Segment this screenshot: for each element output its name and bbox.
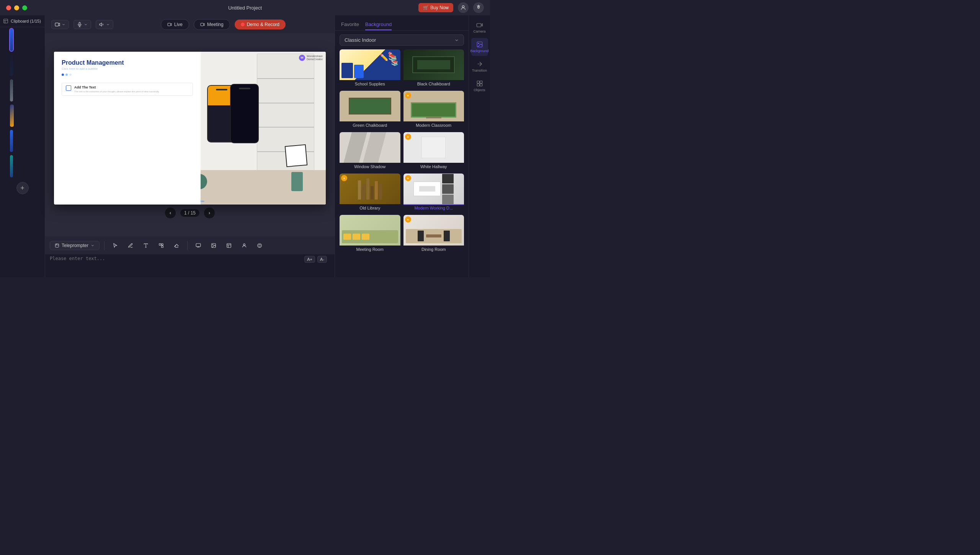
premium-badge-modern-working: ♦: [405, 175, 411, 181]
toolbar-divider-1: [104, 241, 105, 250]
next-slide-button[interactable]: ›: [204, 208, 215, 218]
bg-school-supplies-label: School Supplies: [340, 80, 400, 88]
title-bar-right: 🛒 Buy Now: [418, 2, 484, 13]
svg-rect-2: [4, 19, 8, 23]
svg-rect-3: [55, 23, 59, 26]
add-text-desc: The text is the extraction of your thoug…: [74, 90, 160, 93]
minimize-button[interactable]: [14, 5, 19, 10]
sidebar-transition-button[interactable]: Transition: [471, 57, 488, 75]
virtual-cam-group: [51, 20, 69, 29]
main-area: Live Meeting Demo & Record: [45, 15, 335, 277]
bg-school-supplies[interactable]: ✏️ 📚 School Supplies: [340, 49, 400, 88]
bg-modern-working-label: Modern Working D...: [403, 204, 464, 212]
phone-2: [230, 84, 259, 143]
top-toolbar: Live Meeting Demo & Record: [45, 15, 335, 34]
image-tool-button[interactable]: [207, 239, 220, 252]
live-label: Live: [174, 22, 183, 27]
slide-thumbnail-6[interactable]: [10, 155, 13, 177]
bg-green-chalkboard[interactable]: Green Chalkboard: [340, 91, 400, 129]
slide-panel: Clipboard (1/15) 1 2: [0, 15, 45, 277]
meeting-button[interactable]: Meeting: [194, 19, 230, 30]
sticker-tool-button[interactable]: [253, 239, 266, 252]
teleprompter-button[interactable]: Teleprompter: [50, 241, 100, 250]
slide-canvas[interactable]: Product Management Click here to add a s…: [54, 52, 326, 205]
app-body: Clipboard (1/15) 1 2: [0, 15, 490, 277]
slide-row-6: 6: [0, 154, 45, 179]
slide-body: Add The Text The text is the extraction …: [54, 80, 201, 99]
add-slide-button[interactable]: +: [16, 182, 29, 194]
bg-old-library[interactable]: ♦ Old Library: [340, 174, 400, 212]
slide-row-5: 5: [0, 128, 45, 154]
bg-white-hallway[interactable]: ♦ White Hallway: [403, 132, 464, 170]
close-button[interactable]: [6, 5, 11, 10]
slide-header: Product Management Click here to add a s…: [54, 52, 201, 80]
buy-now-button[interactable]: 🛒 Buy Now: [418, 3, 453, 12]
slide-thumbnail-3[interactable]: [10, 79, 13, 102]
svg-rect-11: [159, 243, 161, 245]
text-block: Add The Text The text is the extraction …: [62, 83, 193, 96]
tab-background[interactable]: Background: [365, 19, 392, 30]
person-tool-button[interactable]: [238, 239, 250, 252]
slide-thumbnail-2[interactable]: [10, 54, 13, 76]
font-size-decrease-button[interactable]: A-: [317, 256, 327, 263]
bg-modern-classroom[interactable]: ♦ Modern Classroom: [403, 91, 464, 129]
sidebar-background-button[interactable]: Background: [471, 38, 488, 56]
panel-tabs: Favorite Background: [335, 15, 469, 31]
slide-row-3: 3: [0, 78, 45, 103]
premium-badge-white-hallway: ♦: [405, 134, 411, 140]
bg-old-library-label: Old Library: [340, 204, 400, 212]
virtual-cam-button[interactable]: [51, 20, 69, 29]
premium-badge-dining-room: ♦: [405, 216, 411, 223]
svg-point-0: [462, 6, 464, 8]
title-bar: Untitled Project 🛒 Buy Now: [0, 0, 490, 15]
maximize-button[interactable]: [22, 5, 27, 10]
user-icon[interactable]: [458, 2, 469, 13]
bg-dining-room[interactable]: ♦ Dining Room: [403, 215, 464, 253]
demo-label: Demo & Record: [247, 22, 279, 27]
bg-black-chalkboard[interactable]: Black Chalkboard: [403, 49, 464, 88]
sidebar-objects-button[interactable]: Objects: [471, 77, 488, 95]
bottom-toolbar: Teleprompter: [45, 236, 335, 254]
speaker-group: [96, 20, 113, 29]
bg-meeting-room[interactable]: Meeting Room: [340, 215, 400, 253]
svg-rect-25: [477, 81, 479, 83]
svg-point-16: [212, 244, 213, 245]
svg-rect-12: [162, 246, 163, 247]
premium-badge-modern-classroom: ♦: [405, 92, 411, 98]
teleprompter-input[interactable]: [50, 256, 304, 267]
font-size-controls: A+ A-: [304, 256, 330, 263]
font-size-increase-button[interactable]: A+: [304, 256, 315, 263]
slide-thumbnail-1[interactable]: [10, 29, 13, 51]
mic-button[interactable]: [74, 20, 91, 29]
chevron-down-icon: [454, 38, 459, 43]
slide-thumbnail-5[interactable]: [10, 130, 13, 152]
demo-record-button[interactable]: Demo & Record: [235, 20, 286, 29]
eraser-tool-button[interactable]: [170, 239, 183, 252]
bg-green-chalkboard-label: Green Chalkboard: [340, 121, 400, 129]
live-button[interactable]: Live: [161, 19, 189, 30]
text-tool-button[interactable]: [140, 239, 152, 252]
pen-tool-button[interactable]: [124, 239, 137, 252]
svg-rect-7: [201, 23, 204, 26]
tab-favorite[interactable]: Favorite: [341, 19, 359, 30]
svg-rect-14: [196, 243, 201, 246]
cursor-tool-button[interactable]: [109, 239, 121, 252]
sidebar-camera-button[interactable]: Camera: [471, 18, 488, 36]
settings-icon[interactable]: [473, 2, 484, 13]
prev-slide-button[interactable]: ‹: [165, 208, 176, 218]
bg-modern-classroom-label: Modern Classroom: [403, 121, 464, 129]
screen-tool-button[interactable]: [192, 239, 204, 252]
window-title: Untitled Project: [228, 5, 262, 11]
bg-window-shadow[interactable]: ♦ Window Shadow: [340, 132, 400, 170]
svg-rect-6: [168, 23, 171, 26]
meeting-label: Meeting: [207, 22, 224, 27]
traffic-lights: [6, 5, 27, 10]
category-dropdown[interactable]: Classic Indoor: [340, 34, 464, 46]
shape-tool-button[interactable]: [155, 239, 167, 252]
svg-rect-8: [56, 244, 59, 247]
layout-tool-button[interactable]: [223, 239, 235, 252]
speaker-button[interactable]: [96, 20, 113, 29]
bg-modern-working[interactable]: ♦ Modern Working D...: [403, 174, 464, 212]
canvas-area: Product Management Click here to add a s…: [45, 34, 335, 236]
slide-thumbnail-4[interactable]: [10, 105, 14, 127]
